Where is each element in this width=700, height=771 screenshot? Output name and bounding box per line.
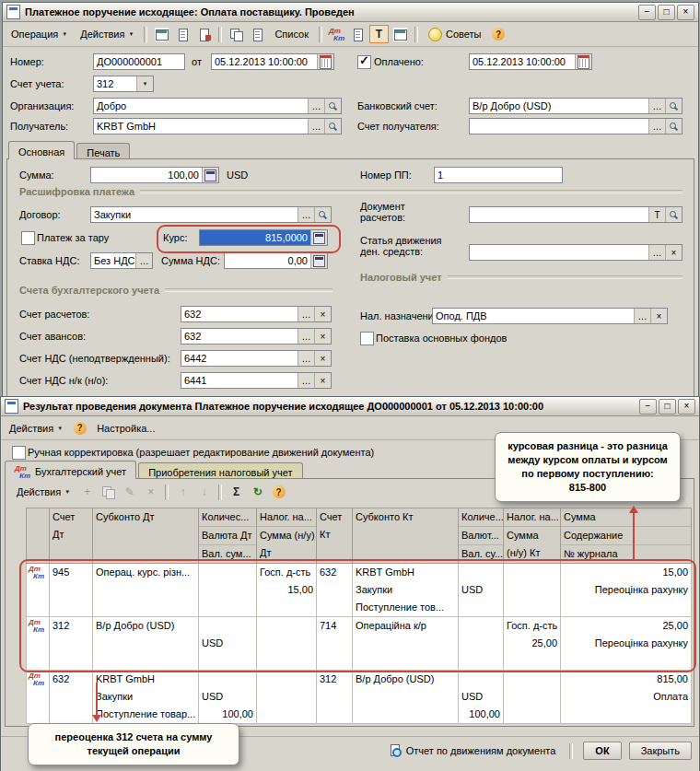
- ok-button[interactable]: ОК: [583, 742, 621, 760]
- mark-deletion-button[interactable]: [194, 25, 214, 43]
- cell-tax-kt[interactable]: [504, 671, 561, 724]
- cell-subconto-dt[interactable]: Операц. курс. різн...: [93, 564, 199, 617]
- account-field[interactable]: 312 ▼: [93, 76, 154, 92]
- select-button[interactable]: …: [298, 329, 314, 344]
- calculator-button[interactable]: [310, 253, 327, 268]
- refresh-button[interactable]: ↻: [248, 483, 267, 501]
- select-button[interactable]: …: [648, 245, 665, 260]
- open-button[interactable]: [314, 207, 331, 222]
- header-subconto-kt[interactable]: Субконто Кт: [353, 508, 459, 564]
- vat-rate-field[interactable]: Без НДС …: [90, 252, 153, 269]
- calendar-button[interactable]: [575, 54, 591, 69]
- cell-tax-dt[interactable]: [257, 671, 317, 724]
- tare-label[interactable]: Платеж за тару: [37, 232, 109, 243]
- payee-field[interactable]: KRBT GmbH …: [93, 118, 342, 134]
- paid-checkbox[interactable]: [357, 55, 371, 69]
- cell-qty-dt[interactable]: USD 100,00: [199, 671, 257, 724]
- posting-row-3[interactable]: ДтКт 632 KRBT GmbH Закупки Поступление т…: [27, 671, 692, 724]
- organization-field[interactable]: Добро …: [93, 98, 342, 114]
- header-tax-dt[interactable]: Налог. на... Сумма (н/у) Дт: [257, 508, 317, 564]
- advance-account-field[interactable]: 632 … ×: [181, 328, 332, 345]
- fixed-assets-checkbox[interactable]: [360, 332, 374, 345]
- paid-label[interactable]: Оплачено:: [374, 56, 424, 67]
- header-account-dt[interactable]: Счет Дт: [50, 508, 93, 564]
- copy-button[interactable]: [227, 25, 246, 43]
- posting-row-1[interactable]: ДтКт 945 Операц. курс. різн... Госп. д-с…: [27, 564, 692, 617]
- select-button[interactable]: …: [298, 373, 314, 388]
- clear-button[interactable]: ×: [314, 329, 331, 344]
- cell-qty-dt[interactable]: [199, 564, 257, 617]
- cell-sum[interactable]: 815,00 Оплата: [561, 671, 692, 724]
- cell-tax-kt[interactable]: [504, 564, 561, 617]
- select-button[interactable]: …: [298, 307, 314, 321]
- copy-row-button[interactable]: [99, 483, 118, 501]
- cell-sum[interactable]: 25,00 Переоцінка рахунку: [561, 617, 692, 671]
- dropdown-button[interactable]: ▼: [136, 76, 153, 91]
- tare-checkbox[interactable]: [21, 231, 35, 245]
- manual-adjustment-checkbox[interactable]: [12, 446, 26, 460]
- header-sum[interactable]: Сумма Содержание № журнала: [561, 508, 692, 564]
- contract-field[interactable]: Закупки …: [90, 206, 332, 223]
- grid-actions-menu-button[interactable]: Действия ▼: [11, 484, 76, 500]
- actions-menu-button[interactable]: Действия ▼: [75, 26, 139, 42]
- cell-tax-dt[interactable]: Госп. д-сть 15,00: [257, 564, 317, 617]
- result-window-titlebar[interactable]: Результат проведения документа Платежное…: [1, 397, 699, 416]
- grid-help-button[interactable]: ?: [269, 483, 288, 501]
- header-qty-kt[interactable]: Количе... Валют... Вал. су...: [459, 508, 504, 564]
- new-document-button[interactable]: [248, 25, 267, 43]
- minimize-button[interactable]: −: [639, 399, 657, 415]
- header-tax-kt[interactable]: Налог. на... Сумма (н/у) Кт: [504, 508, 561, 564]
- open-button[interactable]: [665, 99, 682, 113]
- select-button[interactable]: …: [634, 309, 650, 323]
- open-button[interactable]: [324, 99, 341, 113]
- row-icon-cell[interactable]: ДтКт: [27, 564, 50, 617]
- settings-button[interactable]: Настройка...: [91, 420, 160, 437]
- help-button[interactable]: ?: [488, 25, 508, 43]
- report-button[interactable]: [348, 25, 368, 43]
- settlement-account-field[interactable]: 632 … ×: [181, 306, 332, 322]
- clear-button[interactable]: ×: [314, 307, 331, 321]
- cell-account-dt[interactable]: 632: [50, 671, 93, 724]
- select-button[interactable]: …: [135, 253, 152, 268]
- cell-subconto-dt[interactable]: KRBT GmbH Закупки Поступление товар...: [93, 671, 199, 724]
- payment-window-titlebar[interactable]: Платежное поручение исходящее: Оплата по…: [3, 3, 698, 22]
- move-up-button[interactable]: ↑: [173, 483, 192, 501]
- sum-field[interactable]: 100,00: [90, 167, 219, 183]
- close-button[interactable]: ×: [678, 399, 695, 415]
- tips-button[interactable]: Советы: [423, 25, 486, 44]
- type-button[interactable]: Т: [648, 207, 665, 222]
- select-button[interactable]: …: [308, 119, 324, 134]
- posting-row-2[interactable]: ДтКт 312 В/р Добро (USD) USD: [27, 617, 692, 671]
- calculator-button[interactable]: [202, 168, 218, 182]
- header-qty-dt[interactable]: Количес... Валюта Дт Вал. сум...: [199, 508, 257, 564]
- open-button[interactable]: [324, 119, 341, 134]
- open-button[interactable]: [665, 207, 682, 222]
- select-button[interactable]: …: [648, 99, 665, 113]
- paid-date-field[interactable]: 05.12.2013 10:00:00: [469, 53, 592, 70]
- cell-account-dt[interactable]: 945: [50, 564, 93, 617]
- cell-account-kt[interactable]: 312: [317, 671, 353, 724]
- report-movements-button[interactable]: Отчет по движениям документа: [385, 742, 560, 760]
- tab-print[interactable]: Печать: [76, 143, 130, 159]
- cell-subconto-kt[interactable]: В/р Добро (USD): [353, 671, 459, 724]
- select-button[interactable]: …: [298, 207, 314, 222]
- vat-unconfirmed-field[interactable]: 6442 … ×: [181, 350, 332, 367]
- maximize-button[interactable]: □: [659, 399, 676, 415]
- help-button[interactable]: ?: [70, 419, 89, 438]
- maximize-button[interactable]: □: [658, 5, 675, 20]
- open-button[interactable]: [665, 119, 682, 134]
- dtkt-button[interactable]: ДтКт: [327, 25, 346, 43]
- cell-qty-kt[interactable]: USD: [459, 564, 504, 617]
- row-icon-cell[interactable]: ДтКт: [27, 671, 50, 724]
- move-down-button[interactable]: ↓: [194, 483, 214, 501]
- cash-flow-field[interactable]: … ×: [469, 244, 682, 261]
- fixed-assets-label[interactable]: Поставка основных фондов: [376, 333, 507, 344]
- rate-field[interactable]: 815,0000: [199, 229, 328, 246]
- cell-tax-dt[interactable]: [257, 617, 317, 671]
- close-window-button[interactable]: Закрыть: [629, 742, 692, 760]
- cell-subconto-kt[interactable]: Операційна к/р: [353, 617, 459, 671]
- edit-row-button[interactable]: ✎: [120, 483, 139, 501]
- number-field[interactable]: ДО000000001: [93, 53, 185, 70]
- cell-tax-kt[interactable]: Госп. д-сть 25,00: [504, 617, 561, 671]
- list-button[interactable]: Список: [269, 26, 314, 42]
